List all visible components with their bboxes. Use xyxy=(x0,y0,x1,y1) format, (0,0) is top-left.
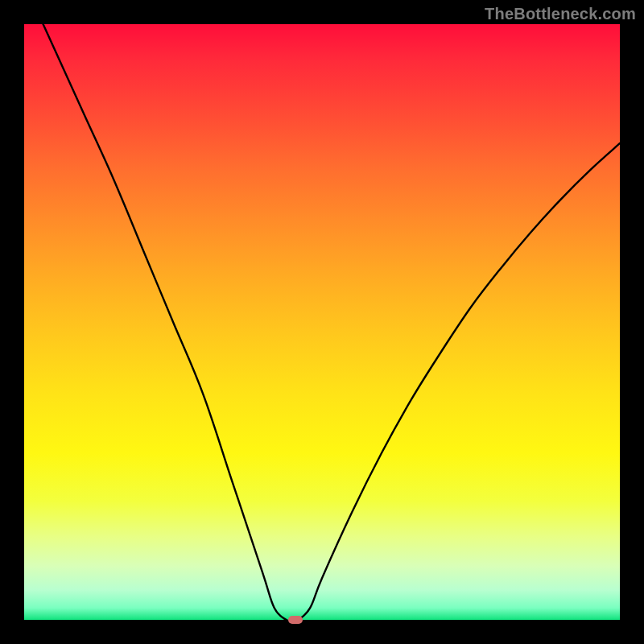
watermark-text: TheBottleneck.com xyxy=(485,5,636,23)
chart-container: TheBottleneck.com xyxy=(0,0,644,644)
optimum-marker xyxy=(288,616,303,624)
plot-area xyxy=(24,24,620,620)
